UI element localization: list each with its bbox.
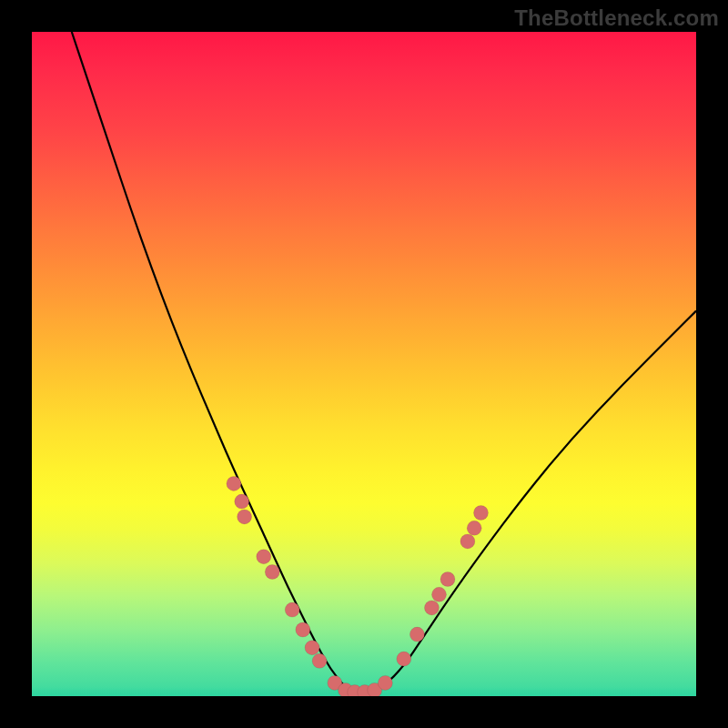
data-dot (312, 653, 327, 668)
data-dot (424, 601, 439, 615)
data-dot (227, 476, 241, 490)
data-dot (257, 550, 271, 564)
data-dot (378, 675, 392, 690)
chart-container: TheBottleneck.com (0, 0, 728, 728)
data-dot (440, 572, 455, 587)
data-dot (431, 587, 446, 602)
data-dot (285, 602, 299, 617)
data-dot (265, 564, 279, 579)
data-dot (296, 622, 310, 637)
data-dot (473, 506, 488, 521)
data-dot (235, 494, 249, 509)
data-dot (410, 627, 424, 642)
data-dot (467, 521, 481, 535)
dots-group (227, 476, 489, 696)
curve-path (72, 32, 696, 693)
plot-area (32, 32, 696, 696)
bottleneck-curve (72, 32, 696, 693)
data-dot (397, 652, 411, 666)
data-dot (305, 641, 319, 655)
watermark-text: TheBottleneck.com (514, 5, 719, 31)
data-dot (460, 534, 475, 549)
data-dot (238, 510, 252, 524)
curve-layer (32, 32, 696, 696)
